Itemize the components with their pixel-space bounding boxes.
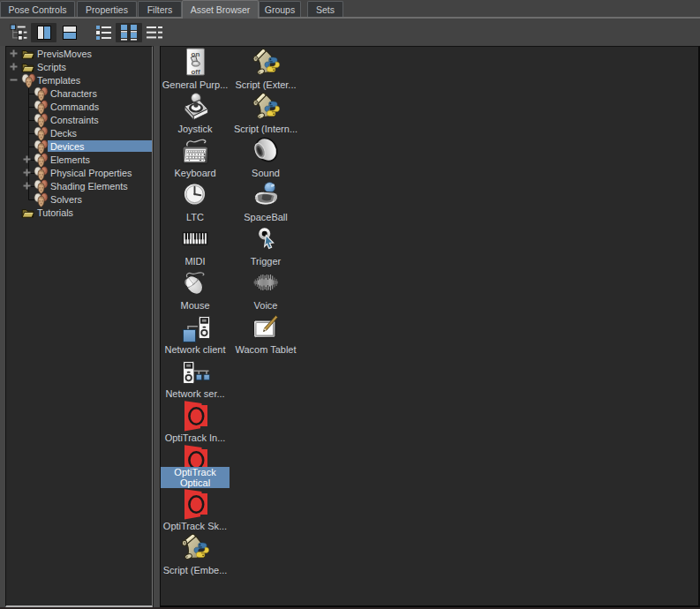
svg-text:off: off xyxy=(191,68,200,76)
